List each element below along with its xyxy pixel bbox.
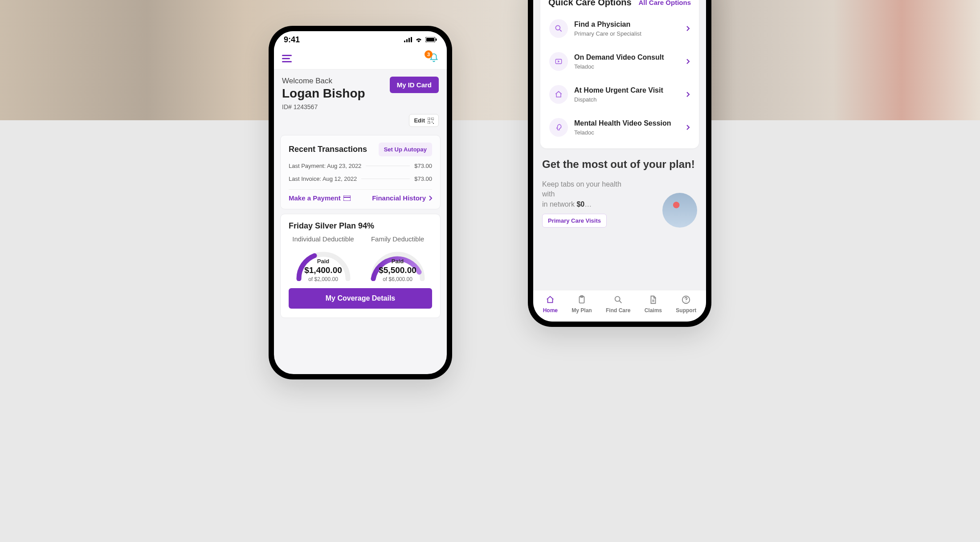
transaction-label: Last Payment: Aug 23, 2022 xyxy=(289,163,361,169)
chevron-right-icon xyxy=(429,196,432,201)
tab-support[interactable]: Support xyxy=(676,295,696,314)
svg-rect-12 xyxy=(343,196,351,201)
phone-frame-right: Quick Care Options All Care Options Find… xyxy=(528,0,711,327)
search-icon xyxy=(549,19,568,38)
chevron-right-icon xyxy=(686,25,690,32)
tab-label: My Plan xyxy=(572,307,592,314)
financial-history-link[interactable]: Financial History xyxy=(372,194,432,202)
help-icon xyxy=(681,295,691,305)
recent-title: Recent Transactions xyxy=(289,145,367,154)
tab-label: Support xyxy=(676,307,696,314)
svg-rect-2 xyxy=(408,38,410,42)
quick-care-sub: Primary Care or Specialist xyxy=(574,30,680,37)
tab-label: Find Care xyxy=(606,307,630,314)
clipboard-icon xyxy=(577,295,587,305)
coverage-details-button[interactable]: My Coverage Details xyxy=(289,288,432,309)
notification-badge: 3 xyxy=(425,50,433,58)
paid-of: of $6,000.00 xyxy=(367,276,429,282)
transaction-label: Last Invoice: Aug 12, 2022 xyxy=(289,175,357,182)
file-icon xyxy=(648,295,658,305)
plan-title: Friday Silver Plan 94% xyxy=(289,221,432,231)
edit-button[interactable]: Edit xyxy=(409,114,439,127)
transaction-amount: $73.00 xyxy=(414,163,432,169)
notifications-button[interactable]: 3 xyxy=(429,53,439,65)
svg-rect-10 xyxy=(432,122,433,122)
quick-care-item-mental[interactable]: Mental Health Video Session Teladoc xyxy=(548,111,691,144)
quick-care-sub: Teladoc xyxy=(574,63,680,70)
transaction-row: Last Payment: Aug 23, 2022 $73.00 xyxy=(289,163,432,169)
svg-rect-13 xyxy=(343,197,351,198)
quick-care-name: Mental Health Video Session xyxy=(574,119,680,127)
head-icon xyxy=(549,118,568,137)
promo-chip[interactable]: Primary Care Visits xyxy=(542,214,607,228)
gauge-individual: Individual Deductible Paid $1,400.00 of … xyxy=(289,235,358,281)
tab-label: Claims xyxy=(645,307,662,314)
status-bar: 9:41 xyxy=(274,31,447,48)
promo-subtext: Keep tabs on your health with in network… xyxy=(542,179,636,209)
svg-rect-7 xyxy=(428,118,430,120)
user-id: ID# 1243567 xyxy=(282,103,365,110)
home-icon xyxy=(545,295,555,305)
chevron-right-icon xyxy=(686,91,690,98)
svg-point-14 xyxy=(555,25,560,30)
qr-icon xyxy=(428,118,434,124)
edit-label: Edit xyxy=(414,117,425,124)
signal-icon xyxy=(404,37,412,42)
tab-home[interactable]: Home xyxy=(543,295,558,314)
home-icon xyxy=(549,85,568,104)
gauge-family: Family Deductible Paid $5,500.00 of $6,0… xyxy=(363,235,432,281)
recent-transactions-card: Recent Transactions Set Up Autopay Last … xyxy=(280,135,441,209)
svg-rect-6 xyxy=(436,39,437,41)
app-bar: 3 xyxy=(274,48,447,69)
quick-care-sub: Teladoc xyxy=(574,129,680,136)
transaction-amount: $73.00 xyxy=(414,175,432,182)
tab-myplan[interactable]: My Plan xyxy=(572,295,592,314)
chevron-right-icon xyxy=(686,58,690,65)
quick-care-sub: Dispatch xyxy=(574,96,680,103)
promo-image xyxy=(662,193,697,228)
quick-care-name: At Home Urgent Care Visit xyxy=(574,86,680,94)
paid-amount: $1,400.00 xyxy=(292,265,355,275)
wifi-icon xyxy=(415,37,423,42)
chevron-right-icon xyxy=(686,124,690,130)
status-time: 9:41 xyxy=(284,35,300,45)
quick-care-card: Quick Care Options All Care Options Find… xyxy=(540,0,699,148)
tab-label: Home xyxy=(543,307,558,314)
transaction-row: Last Invoice: Aug 12, 2022 $73.00 xyxy=(289,175,432,182)
svg-point-20 xyxy=(686,302,686,302)
welcome-greeting: Welcome Back xyxy=(282,77,365,86)
svg-rect-8 xyxy=(432,118,434,120)
svg-point-18 xyxy=(615,297,620,302)
gauge-label: Individual Deductible xyxy=(289,235,358,243)
quick-care-name: On Demand Video Consult xyxy=(574,53,680,61)
svg-rect-11 xyxy=(433,123,434,124)
phone-screen-right: Quick Care Options All Care Options Find… xyxy=(533,0,706,322)
svg-rect-1 xyxy=(406,39,408,42)
promo-section: Get the most out of your plan! Keep tabs… xyxy=(542,158,697,228)
plan-card: Friday Silver Plan 94% Individual Deduct… xyxy=(280,214,441,318)
promo-heading: Get the most out of your plan! xyxy=(542,158,697,171)
svg-rect-5 xyxy=(426,38,434,41)
search-icon xyxy=(613,295,623,305)
paid-amount: $5,500.00 xyxy=(367,265,429,275)
setup-autopay-button[interactable]: Set Up Autopay xyxy=(379,143,432,156)
status-icons xyxy=(404,37,437,42)
quick-care-item-physician[interactable]: Find a Physician Primary Care or Special… xyxy=(548,12,691,45)
all-care-link[interactable]: All Care Options xyxy=(638,0,691,6)
bottom-tabbar: Home My Plan Find Care Claims xyxy=(533,290,706,322)
tab-findcare[interactable]: Find Care xyxy=(606,295,630,314)
make-payment-link[interactable]: Make a Payment xyxy=(289,194,351,202)
battery-icon xyxy=(425,37,437,42)
gauge-label: Family Deductible xyxy=(363,235,432,243)
menu-button[interactable] xyxy=(282,55,292,62)
tab-claims[interactable]: Claims xyxy=(645,295,662,314)
welcome-section: Welcome Back Logan Bishop ID# 1243567 My… xyxy=(274,69,447,130)
paid-label: Paid xyxy=(367,258,429,265)
svg-rect-3 xyxy=(411,37,412,42)
my-id-card-button[interactable]: My ID Card xyxy=(390,77,439,93)
quick-care-item-urgent[interactable]: At Home Urgent Care Visit Dispatch xyxy=(548,78,691,111)
svg-rect-9 xyxy=(428,122,430,124)
quick-care-title: Quick Care Options xyxy=(548,0,632,8)
quick-care-item-video[interactable]: On Demand Video Consult Teladoc xyxy=(548,45,691,78)
quick-care-name: Find a Physician xyxy=(574,20,680,29)
